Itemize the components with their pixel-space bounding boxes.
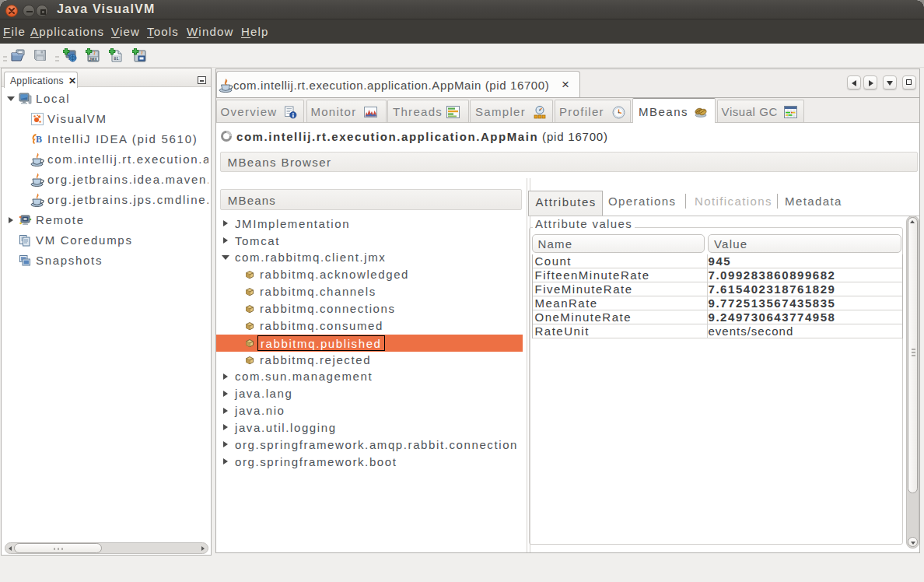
svg-text:JMX: JMX	[89, 57, 98, 61]
svg-text:B: B	[36, 134, 44, 145]
svg-text:01: 01	[114, 57, 119, 61]
